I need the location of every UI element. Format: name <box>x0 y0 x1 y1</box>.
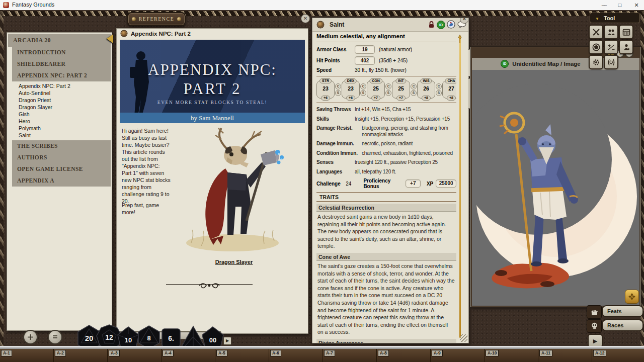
sidebar-item-authors[interactable]: AUTHORS <box>12 152 111 163</box>
ability-save-button[interactable]: S <box>385 90 391 96</box>
maximize-button[interactable]: □ <box>612 0 627 10</box>
os-titlebar[interactable]: Fantasy Grounds – – □ ✕ <box>0 0 644 11</box>
reference-close-icon[interactable]: ✕ <box>301 14 310 23</box>
sidebar-item-appendix-a[interactable]: APPENDIX A <box>12 175 111 187</box>
ability-score[interactable]: 27 <box>443 85 456 92</box>
stat-row-label: Languages <box>316 169 355 175</box>
banner-title-line1: APPENDIX NPC: <box>120 61 305 79</box>
sidebar-item-dragon-slayer[interactable]: Dragon Slayer <box>12 104 112 111</box>
ability-check-button[interactable]: C <box>360 83 366 89</box>
clover-icon <box>628 293 636 301</box>
sidebar-item-open-game-license[interactable]: OPEN GAME LICENSE <box>12 163 111 175</box>
character-icon[interactable] <box>619 40 633 54</box>
modifiers-icon[interactable] <box>604 40 618 54</box>
ability-mod[interactable]: +6 <box>346 96 355 101</box>
saint-close-icon[interactable]: ✕ <box>460 18 469 24</box>
ability-save-button[interactable]: S <box>360 90 366 96</box>
hotkey-slot[interactable]: A-10 <box>485 349 538 362</box>
hotkey-slot[interactable]: A-12 <box>592 349 644 362</box>
hotkey-slot[interactable]: A-6 <box>269 349 323 362</box>
reference-tab-plaque[interactable]: REFERENCE <box>127 12 186 26</box>
lock-icon[interactable] <box>428 21 435 28</box>
sidebar-item-auto-sentinel[interactable]: Auto-Sentinel <box>12 89 112 97</box>
party-icon[interactable] <box>604 25 618 39</box>
ability-check-button[interactable]: C <box>385 83 391 89</box>
combat-swords-icon[interactable] <box>589 25 603 39</box>
sidebar-collapse-arrow-icon[interactable] <box>107 34 113 43</box>
dice-icon[interactable] <box>589 40 603 54</box>
sidebar-item-shieldbearer[interactable]: SHIELDBEARER <box>12 58 111 70</box>
sidebar-item-polymath[interactable]: Polymath <box>12 125 112 132</box>
reference-window-titlebar[interactable]: Appendix NPC: Part 2 <box>117 29 308 40</box>
races-icon-tile[interactable] <box>587 319 602 333</box>
options-gear-icon[interactable] <box>589 55 603 69</box>
ability-score[interactable]: 23 <box>317 85 334 92</box>
ability-save-button[interactable]: S <box>335 90 341 96</box>
sidebar-item-appendix-npc2[interactable]: APPENDIX NPC: PART 2 <box>12 70 111 81</box>
image-caption-link[interactable]: Dragon Slayer <box>171 259 297 265</box>
saint-scrollbar[interactable] <box>459 38 461 338</box>
tool-panel-plaque[interactable]: ▼ Tool <box>590 13 640 23</box>
id-badge-icon[interactable]: ID <box>437 21 445 29</box>
radio-pin-icon[interactable] <box>317 22 324 28</box>
ability-save-button[interactable]: S <box>411 90 417 96</box>
sidebar-item-saint[interactable]: Saint <box>12 132 112 139</box>
ability-score[interactable]: 23 <box>342 85 359 92</box>
hotkey-slot[interactable]: A-3 <box>108 349 162 362</box>
prof-bonus-field[interactable]: +7 <box>406 179 421 188</box>
dice-tray-expand-button[interactable]: ▶ <box>223 337 231 345</box>
races-button[interactable]: Races <box>602 319 643 331</box>
hotkey-slot[interactable]: A-11 <box>538 349 592 362</box>
stat-row-value: Insight +15, Perception +15, Persuasion … <box>355 116 456 123</box>
ability-mod[interactable]: +7 <box>396 96 406 101</box>
hp-field[interactable]: 402 <box>355 56 375 65</box>
calendar-icon[interactable] <box>619 25 633 39</box>
feats-icon-tile[interactable] <box>587 305 602 319</box>
saint-window-titlebar[interactable]: Saint ID ✕ <box>312 18 468 32</box>
effects-icon[interactable] <box>604 55 618 69</box>
ability-mod[interactable]: +8 <box>447 96 456 101</box>
feats-button[interactable]: Feats <box>602 305 643 317</box>
sidebar-item-appendix-npc2-page[interactable]: Appendix NPC: Part 2 <box>12 82 112 89</box>
hotkey-slot[interactable]: A-7 <box>323 349 377 362</box>
sidebar-item-gish[interactable]: Gish <box>12 111 112 118</box>
map-layers-button[interactable] <box>625 290 639 304</box>
ability-score[interactable]: 26 <box>418 85 435 92</box>
hotkey-slot[interactable]: A-4 <box>162 349 215 362</box>
token-icon[interactable] <box>447 20 455 29</box>
ability-check-button[interactable]: C <box>335 83 341 89</box>
ability-mod[interactable]: +8 <box>422 96 431 101</box>
ability-name: DEX <box>345 78 357 83</box>
window-stack-button[interactable] <box>48 330 62 344</box>
stat-row: Damage Immun.necrotic, poison, radiant <box>316 141 456 147</box>
ability-save-button[interactable]: S <box>436 90 442 96</box>
zoom-extents-button[interactable] <box>23 330 38 344</box>
hotkey-slot[interactable]: A-2 <box>54 349 108 362</box>
ability-score[interactable]: 25 <box>392 85 410 92</box>
ability-mod[interactable]: +7 <box>371 96 380 101</box>
ability-score[interactable]: 25 <box>367 85 384 92</box>
ability-mod[interactable]: +6 <box>321 96 330 101</box>
xp-field[interactable]: 25000 <box>436 179 456 188</box>
sidebar-item-the-scribes[interactable]: THE SCRIBES <box>12 140 111 152</box>
resize-grip[interactable] <box>460 334 467 342</box>
sidebar-item-dragon-priest[interactable]: Dragon Priest <box>12 97 112 104</box>
radio-pin-icon[interactable] <box>121 31 127 36</box>
ability-check-button[interactable]: C <box>436 83 442 89</box>
close-button[interactable]: ✕ <box>629 0 644 10</box>
hotkey-slot[interactable]: A-9 <box>431 349 485 362</box>
ac-field[interactable]: 19 <box>355 45 375 54</box>
hotkey-slot[interactable]: A-5 <box>215 349 269 362</box>
hotkey-slot[interactable]: A-1 <box>0 349 54 362</box>
rivet-icon <box>132 17 136 21</box>
banner-subtitle: EVEN MORE STAT BLOCKS TO STEAL! <box>120 100 305 105</box>
minimize-button[interactable]: – <box>596 0 611 10</box>
sidebar-item-arcadia20[interactable]: ARCADIA 20 <box>8 34 111 47</box>
sidebar-item-introduction[interactable]: INTRODUCTION <box>12 47 111 58</box>
svg-text:12: 12 <box>105 333 113 341</box>
hotkey-slot[interactable]: A-8 <box>377 349 431 362</box>
ability-check-button[interactable]: C <box>411 83 417 89</box>
sidebar-item-hero[interactable]: Hero <box>12 118 112 125</box>
map-image-celestial-saint[interactable] <box>472 70 639 306</box>
die-d6[interactable]: 6. <box>160 327 182 348</box>
